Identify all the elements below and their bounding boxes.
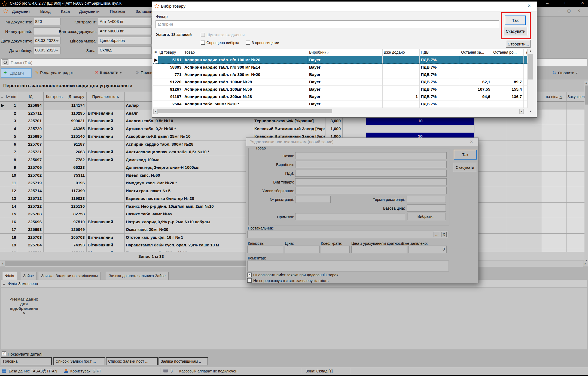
show-details-checkbox[interactable]: ✓ — [2, 351, 6, 356]
base-price-field[interactable] — [407, 204, 446, 212]
dialog-horizontal-scrollbar[interactable]: ◄ ► — [153, 109, 524, 114]
name-field[interactable] — [295, 152, 447, 159]
filter-input[interactable]: аспирин — [156, 20, 499, 28]
column-header-sel[interactable]: ≡ — [0, 92, 4, 102]
note-field[interactable] — [295, 213, 405, 220]
tab-Заявка. Залишки по замінникам[interactable]: Заявка. Залишки по замінникам — [38, 272, 101, 280]
supplier-clear-button[interactable]: X — [441, 232, 447, 237]
column-header-added[interactable]: Вже додано — [383, 49, 420, 56]
refresh-button[interactable]: ↻Оновити — [552, 70, 578, 76]
delete-button[interactable]: ✕Видалити — [95, 70, 122, 75]
close-button[interactable]: ✕ — [577, 1, 588, 5]
column-header-sel[interactable]: ≡ — [153, 49, 158, 56]
update-request-checkbox[interactable]: ✓ — [247, 273, 252, 277]
table-row[interactable]: 422572046365ВітчизнянийАртихол табл. 0,2… — [0, 125, 588, 133]
branch-column-header[interactable]: Філія — [8, 282, 17, 286]
tab-Зайве[interactable]: Зайве — [20, 272, 37, 280]
column-chooser-icon[interactable]: ≡ — [3, 282, 5, 286]
cell-sel — [153, 86, 158, 93]
scrollbar-thumb[interactable] — [585, 85, 588, 105]
storage-field[interactable] — [295, 187, 447, 194]
close-icon[interactable]: ✕ — [467, 139, 476, 146]
table-row[interactable]: 91220Аспирин кардио табл. 100мг №28Bayer… — [153, 78, 528, 86]
tab-Філія[interactable]: Філія — [2, 272, 17, 280]
zone-field[interactable]: Склад — [98, 47, 152, 54]
column-header-dots[interactable]: ⋮ — [524, 49, 528, 56]
vat-field[interactable] — [295, 170, 447, 177]
scroll-left-icon[interactable]: ◄ — [0, 261, 5, 267]
reg-number-field[interactable] — [295, 196, 331, 203]
supplier-browse-button[interactable]: ... — [434, 232, 440, 237]
cell-item_id: 91267 — [158, 86, 183, 93]
item-type-field[interactable] — [295, 178, 447, 185]
maximize-button[interactable]: □ — [560, 1, 571, 5]
window-button-2[interactable]: Список: Заявки пост ... — [53, 357, 105, 365]
scroll-up-icon[interactable]: ▲ — [584, 81, 588, 85]
menu-item-Платежі[interactable]: Платежі — [110, 9, 125, 14]
column-header-item_id[interactable]: ІД товару — [158, 49, 183, 56]
menu-item-Каса[interactable]: Каса — [61, 9, 70, 14]
cancel-button[interactable]: Скасувати — [453, 163, 477, 172]
window-button-3[interactable]: Список: Заявки пост ... — [106, 357, 158, 365]
window-button-1[interactable]: Головна — [1, 357, 52, 365]
declared-field[interactable]: 0 — [409, 246, 447, 253]
supplier-field[interactable] — [247, 231, 449, 238]
simple-select-checkbox[interactable] — [201, 41, 205, 45]
column-header-manufacturer[interactable]: Виробник △ — [308, 49, 383, 56]
child-minimize-button[interactable]: – — [555, 8, 564, 13]
table-row[interactable]: 771Аспирин кардио табл. п/о 300 мг №20Ba… — [153, 71, 528, 78]
update-request-label: Оновлювати вміст заявки при додаванні Ст… — [253, 273, 338, 277]
window-button-4[interactable]: Заявка поставщикам .. — [159, 357, 208, 365]
qty-field[interactable] — [247, 246, 283, 253]
column-header-control[interactable]: Контроль — [44, 92, 65, 102]
with-proposals-checkbox[interactable] — [246, 41, 250, 45]
coef-field[interactable] — [321, 246, 350, 253]
cell-vat: ПДВ 7% — [420, 100, 460, 108]
manufacturer-field[interactable] — [295, 161, 447, 168]
close-icon[interactable]: ✕ — [525, 3, 534, 10]
child-close-button[interactable]: ✕ — [574, 8, 583, 13]
column-header-id[interactable]: ІД — [18, 92, 44, 102]
search-button[interactable] — [2, 59, 8, 65]
ordered-column-header[interactable]: Замовлено — [18, 282, 38, 286]
table-row[interactable]: ▶5151Аспирин кардио табл. п/о 100 мг №20… — [153, 56, 528, 64]
price-condition-field[interactable]: Ценообразов — [98, 37, 152, 44]
choose-button[interactable]: Вибрати... — [407, 213, 446, 220]
edit-row-button[interactable]: ✎Редагувати рядок — [35, 70, 74, 75]
vertical-scrollbar[interactable]: ▲ ▼ — [584, 81, 588, 263]
search-entry-checkbox[interactable] — [201, 33, 205, 37]
column-header-item[interactable]: Товар — [183, 49, 308, 56]
menu-item-Залишки[interactable]: Залишки — [136, 9, 153, 14]
tab-Заявка до постачальника Зайве[interactable]: Заявка до постачальника Зайве — [106, 272, 169, 280]
no-recalc-checkbox[interactable] — [247, 278, 252, 283]
child-restore-button[interactable]: ▢ — [564, 8, 574, 13]
menu-item-Документ[interactable]: Документ — [12, 9, 30, 14]
price-field[interactable] — [285, 246, 320, 253]
cell-control — [44, 109, 65, 117]
column-header-last_order[interactable]: Остання за... — [460, 49, 492, 56]
comment-field[interactable] — [247, 261, 449, 271]
column-header-vat[interactable]: ПДВ — [420, 49, 460, 56]
consignee-field[interactable]: Апт №003 пг — [98, 27, 152, 35]
minimize-button[interactable]: – — [542, 1, 553, 5]
column-header-p1[interactable]: на ціна △ — [542, 92, 566, 102]
dialog-vertical-scrollbar[interactable]: ▲ ▼ — [528, 49, 534, 114]
column-header-num[interactable]: № п/п — [4, 92, 18, 102]
table-row[interactable]: 3225701999021ВітчизнянийАналгин табл. 0.… — [0, 117, 588, 125]
column-header-item_id[interactable]: ІД товару — [65, 92, 87, 102]
table-row[interactable]: 58303Аспирин кардио табл. п/о 300 мг №14… — [153, 64, 528, 71]
reg-term-field[interactable] — [407, 196, 446, 203]
multiple-price-field[interactable] — [351, 246, 407, 253]
table-row[interactable]: 2504Аспирин табл. 500мг №10 *BayerПДВ 7% — [153, 100, 528, 108]
add-button[interactable]: + Додати — [1, 68, 32, 78]
column-header-last_retail[interactable]: Остання ро... — [492, 49, 524, 56]
table-row[interactable]: 91187Аспирин кардио табл. 300мг №28Bayer… — [153, 93, 528, 100]
menu-item-Документи[interactable]: Документи — [79, 9, 99, 14]
create-button[interactable]: Створити... — [506, 40, 531, 48]
table-row[interactable]: 91267Аспирин кардио табл. 100мг №56Bayer… — [153, 86, 528, 93]
contractor-field[interactable]: Апт №003 пг — [98, 18, 152, 25]
scroll-down-icon[interactable]: ▼ — [584, 258, 588, 263]
column-header-origin[interactable]: Приналежність — [87, 92, 125, 102]
menu-item-Вихід[interactable]: Вихід — [40, 9, 51, 14]
ok-button[interactable]: Так — [454, 150, 477, 160]
